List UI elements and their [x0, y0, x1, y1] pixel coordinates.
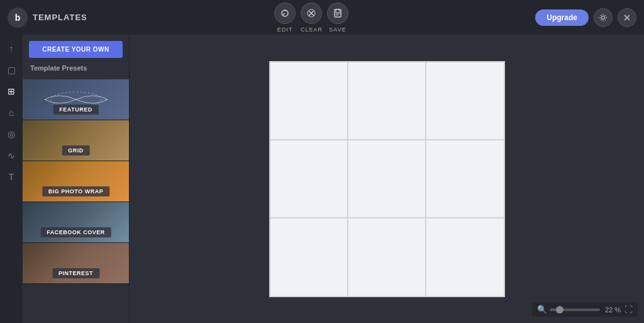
panel-empty-area: [23, 284, 129, 323]
clear-button[interactable]: [301, 3, 322, 24]
top-bar: b TEMPLATES: [0, 0, 644, 35]
svg-point-8: [601, 16, 604, 19]
zoom-fit-icon[interactable]: ⛶: [625, 305, 633, 314]
zoom-out-icon[interactable]: 🔍: [537, 305, 547, 314]
edit-label: EDIT: [274, 26, 296, 33]
grid-cell-5: [348, 140, 426, 218]
sidebar-icon-upload[interactable]: ↑: [3, 40, 20, 57]
top-bar-center: EDIT CLEAR SAVE: [274, 3, 348, 33]
preset-featured[interactable]: FEATURED: [23, 79, 129, 120]
logo-text: b: [15, 13, 21, 23]
preset-pinterest-label: PINTEREST: [52, 268, 99, 278]
preset-featured-label: FEATURED: [53, 105, 98, 115]
panel-header: CREATE YOUR OWN Template Presets: [23, 35, 129, 79]
sidebar-icon-home[interactable]: ⌂: [3, 104, 20, 122]
grid-cell-6: [426, 140, 504, 218]
edit-button[interactable]: [274, 3, 296, 24]
grid-cell-2: [348, 62, 426, 140]
gear-icon: [599, 13, 608, 22]
preset-grid-label: GRID: [62, 145, 90, 156]
grid-cell-4: [270, 140, 348, 218]
clear-icon: [306, 8, 316, 18]
zoom-thumb: [556, 306, 564, 314]
zoom-value: 22 %: [605, 306, 621, 314]
preset-pinterest[interactable]: PINTEREST: [23, 243, 129, 284]
canvas-area: 🔍 22 % ⛶: [130, 35, 644, 323]
top-bar-right: Upgrade: [535, 8, 636, 27]
close-icon: [623, 14, 631, 21]
toolbar-icons: [274, 3, 348, 24]
save-label: SAVE: [327, 26, 348, 33]
zoom-toolbar: 🔍 22 % ⛶: [532, 302, 638, 317]
create-your-own-button[interactable]: CREATE YOUR OWN: [29, 41, 123, 58]
sidebar-icons: ↑ ▢ ⊞ ⌂ ◎ ∿ T: [0, 35, 23, 323]
preset-facebook-label: FACEBOOK COVER: [40, 227, 111, 237]
grid-cell-7: [270, 218, 348, 296]
zoom-slider[interactable]: [550, 309, 600, 311]
close-button[interactable]: [618, 8, 636, 27]
grid-cell-3: [426, 62, 504, 140]
svg-line-2: [283, 13, 285, 15]
template-panel: CREATE YOUR OWN Template Presets FEATURE…: [23, 35, 130, 323]
sidebar-icon-wave[interactable]: ∿: [3, 147, 20, 164]
save-button[interactable]: [327, 3, 348, 24]
app-logo: b: [8, 8, 28, 28]
clear-label: CLEAR: [301, 26, 322, 33]
edit-icon: [280, 8, 290, 18]
gear-button[interactable]: [594, 8, 613, 27]
grid-cell-1: [270, 62, 348, 140]
sidebar-icon-square[interactable]: ▢: [3, 61, 20, 79]
section-label: Template Presets: [29, 64, 123, 72]
preset-facebook[interactable]: FACEBOOK COVER: [23, 202, 129, 243]
grid-cell-8: [348, 218, 426, 296]
canvas-wrapper: [269, 61, 505, 297]
app-title: TEMPLATES: [33, 13, 87, 22]
grid-cell-9: [426, 218, 504, 296]
sidebar-icon-text[interactable]: T: [3, 168, 20, 186]
preset-grid[interactable]: GRID: [23, 120, 129, 161]
upgrade-button[interactable]: Upgrade: [535, 9, 589, 26]
preset-bigphoto[interactable]: BIG PHOTO WRAP: [23, 161, 129, 202]
preset-bigphoto-label: BIG PHOTO WRAP: [42, 186, 109, 196]
canvas-grid: [269, 61, 505, 297]
top-bar-left: b TEMPLATES: [8, 8, 87, 28]
sidebar-icon-grid[interactable]: ⊞: [3, 82, 20, 100]
preset-list: FEATURED GRID BIG PHOTO WRAP FACEBOOK CO…: [23, 79, 129, 323]
sidebar-icon-settings[interactable]: ◎: [3, 125, 20, 143]
toolbar-labels: EDIT CLEAR SAVE: [274, 26, 348, 33]
main-layout: ↑ ▢ ⊞ ⌂ ◎ ∿ T CREATE YOUR OWN Template P…: [0, 35, 644, 323]
save-icon: [333, 8, 343, 18]
